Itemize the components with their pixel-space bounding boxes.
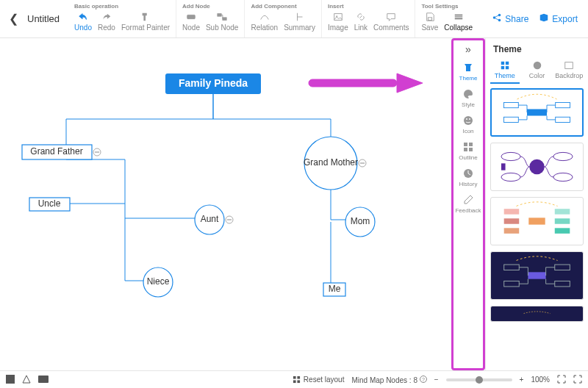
tab-theme-icon	[500, 60, 510, 71]
svg-rect-29	[556, 117, 570, 122]
fullscreen-button[interactable]	[573, 375, 582, 385]
rail-feedback[interactable]: Feedback	[455, 192, 481, 215]
save-button[interactable]: Save	[421, 11, 438, 32]
status-icon-3[interactable]	[38, 376, 49, 384]
svg-rect-51	[297, 376, 300, 379]
theme-panel: Theme Theme Color Backdrop	[485, 38, 588, 370]
svg-rect-27	[504, 117, 519, 122]
rail-history-label: History	[459, 181, 478, 187]
document-title[interactable]: Untitled	[27, 13, 60, 24]
format-painter-button[interactable]: Format Painter	[121, 11, 170, 32]
feedback-icon	[462, 193, 475, 206]
relation-label: Relation	[251, 24, 278, 32]
app-root: ❮ Untitled Basic operation Undo Redo	[0, 0, 588, 388]
theme-card-4[interactable]	[490, 251, 584, 300]
svg-rect-39	[504, 228, 520, 233]
svg-rect-28	[556, 103, 570, 108]
theme-card-2[interactable]	[490, 143, 584, 191]
svg-rect-24	[565, 62, 573, 69]
save-label: Save	[421, 24, 438, 32]
svg-rect-17	[469, 148, 473, 151]
svg-rect-40	[555, 209, 570, 214]
panel-tab-backdrop[interactable]: Backdrop	[554, 60, 584, 84]
node-niece-text: Niece	[147, 276, 170, 287]
svg-point-32	[501, 173, 520, 181]
rail-collapse-button[interactable]: »	[465, 43, 471, 55]
save-icon	[424, 11, 436, 23]
node-root-text: Family Pineda	[179, 77, 248, 89]
panel-tab-color[interactable]: Color	[523, 60, 552, 84]
style-icon	[462, 87, 475, 101]
zoom-slider[interactable]	[446, 378, 512, 381]
rail-icon[interactable]: Icon	[462, 112, 475, 136]
nodes-help-icon[interactable]: ?	[420, 376, 427, 383]
reset-layout-label: Reset layout	[304, 376, 345, 384]
svg-rect-52	[293, 380, 296, 383]
reset-layout-button[interactable]: Reset layout	[293, 376, 345, 384]
fit-screen-button[interactable]	[557, 375, 566, 385]
svg-text:?: ?	[422, 377, 425, 382]
status-icon-1[interactable]	[6, 375, 15, 385]
subnode-button[interactable]: Sub Node	[206, 11, 238, 32]
redo-button[interactable]: Redo	[98, 11, 115, 32]
svg-point-34	[553, 173, 573, 181]
svg-rect-38	[504, 218, 520, 223]
svg-rect-3	[334, 14, 343, 21]
zoom-out-button[interactable]: −	[434, 376, 439, 384]
mindmap-canvas[interactable]: Family Pineda Grand Father Grand Mother …	[0, 38, 451, 370]
back-button[interactable]: ❮	[9, 12, 18, 26]
summary-button[interactable]: Summary	[284, 11, 315, 32]
reset-layout-icon	[293, 376, 301, 384]
rail-history[interactable]: History	[459, 165, 478, 189]
collapse-button[interactable]: Collapse	[444, 11, 473, 32]
export-icon	[539, 12, 549, 25]
relation-button[interactable]: Relation	[251, 11, 278, 32]
status-icon-2[interactable]	[22, 375, 31, 385]
icon-icon	[462, 114, 475, 127]
node-button[interactable]: Node	[182, 11, 200, 32]
svg-rect-20	[506, 62, 509, 65]
link-icon	[355, 11, 367, 23]
svg-rect-21	[501, 66, 504, 69]
svg-rect-15	[469, 143, 473, 146]
link-button[interactable]: Link	[354, 11, 368, 32]
history-icon	[462, 167, 475, 180]
rail-style[interactable]: Style	[462, 86, 475, 109]
collapse-icon	[453, 11, 465, 23]
share-label: Share	[505, 14, 528, 24]
image-button[interactable]: Image	[328, 11, 348, 32]
export-label: Export	[552, 14, 578, 24]
undo-button[interactable]: Undo	[74, 11, 92, 32]
subnode-label: Sub Node	[206, 24, 238, 32]
image-icon	[332, 11, 344, 23]
summary-icon	[294, 11, 306, 23]
toolbar: ❮ Untitled Basic operation Undo Redo	[0, 0, 588, 38]
svg-point-13	[469, 118, 470, 120]
node-grandmother-text: Grand Mother	[304, 157, 358, 168]
svg-rect-14	[464, 143, 467, 146]
theme-card-3[interactable]	[490, 197, 584, 245]
export-button[interactable]: Export	[539, 12, 578, 25]
panel-tab-theme[interactable]: Theme	[490, 60, 520, 84]
svg-point-33	[553, 152, 573, 160]
rail-outline[interactable]: Outline	[459, 139, 477, 162]
theme-card-5[interactable]	[490, 306, 584, 322]
comments-button[interactable]: Comments	[373, 11, 409, 32]
toolbar-group-tools: Tool Settings Save Collapse	[415, 0, 478, 37]
toolbar-group-addnode: Add Node Node Sub Node	[176, 0, 244, 37]
share-button[interactable]: Share	[492, 12, 528, 25]
toolbar-group-addcomp: Add Component Relation Summary	[244, 0, 321, 37]
theme-card-1[interactable]	[490, 88, 584, 137]
svg-marker-10	[397, 73, 423, 93]
group-title-basic: Basic operation	[74, 3, 170, 10]
svg-rect-47	[555, 281, 570, 286]
rail-style-label: Style	[462, 101, 475, 108]
undo-icon	[77, 11, 89, 23]
link-label: Link	[354, 24, 368, 32]
svg-point-7	[498, 14, 501, 17]
zoom-in-button[interactable]: +	[520, 376, 524, 384]
image-label: Image	[328, 24, 348, 32]
format-painter-icon	[140, 11, 151, 23]
svg-rect-36	[528, 218, 545, 224]
rail-theme[interactable]: Theme	[459, 60, 478, 83]
